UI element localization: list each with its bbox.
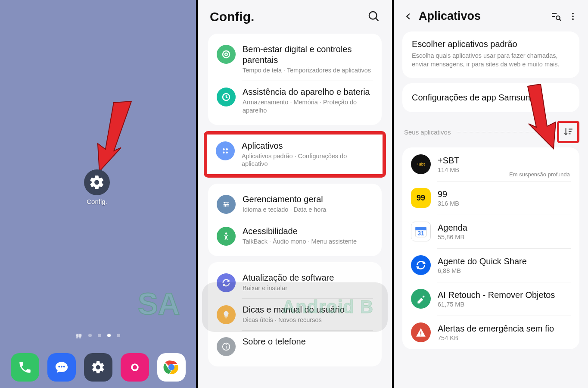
item-subtitle: Aplicativos padrão · Configurações do ap…: [242, 152, 374, 169]
apps-header: Aplicativos: [394, 0, 588, 26]
settings-panel: Config. Bem-estar digital e controles pa…: [196, 0, 392, 388]
camera-app-icon[interactable]: [121, 353, 149, 382]
svg-point-21: [224, 202, 226, 204]
svg-point-9: [369, 12, 377, 19]
item-title: Sobre o telefone: [243, 336, 373, 347]
back-button[interactable]: [402, 10, 414, 22]
settings-item-software-update[interactable]: Atualização de softwareBaixar e instalar: [208, 266, 382, 298]
svg-point-12: [225, 53, 227, 56]
svg-point-5: [133, 365, 137, 369]
apps-panel: Aplicativos Escolher aplicativos padrão …: [392, 0, 588, 388]
app-status: Em suspensão profunda: [509, 171, 570, 178]
apps-icon: [216, 141, 235, 160]
settings-card: Atualização de softwareBaixar e instalar…: [208, 262, 382, 366]
annotation-arrow: [84, 95, 138, 178]
more-menu-button[interactable]: [566, 12, 579, 21]
item-title: Atualização de software: [243, 272, 373, 283]
svg-point-17: [226, 151, 228, 153]
annotation-arrow: [523, 84, 571, 153]
settings-item-about[interactable]: Sobre o telefone: [208, 330, 382, 362]
svg-point-14: [223, 148, 225, 150]
app-name: Alertas de emergência sem fio: [438, 324, 571, 334]
svg-point-30: [556, 16, 560, 19]
item-title: Gerenciamento geral: [243, 194, 373, 205]
lightbulb-icon: [217, 305, 236, 324]
item-subtitle: Tempo de tela · Temporizadores de aplica…: [243, 66, 373, 75]
svg-point-2: [61, 366, 62, 368]
item-subtitle: Idioma e teclado · Data e hora: [243, 206, 373, 214]
svg-marker-35: [528, 84, 556, 149]
ai-retouch-icon: [411, 289, 431, 309]
gear-icon: [84, 169, 110, 195]
home-screen-panel: Config.: [0, 0, 196, 388]
app-icon: 99: [411, 188, 431, 208]
item-title: Acessibilidade: [243, 226, 373, 237]
alert-icon: [411, 322, 431, 342]
svg-point-1: [58, 366, 60, 368]
apps-drawer-dot: [76, 334, 82, 337]
settings-card: Gerenciamento geralIdioma e teclado · Da…: [208, 184, 382, 256]
app-row-ai-retouch[interactable]: AI Retouch - Remover Objetos61,75 MB: [402, 282, 579, 316]
settings-item-tips[interactable]: Dicas e manual do usuárioDicas úteis · N…: [208, 298, 382, 330]
svg-text:31: 31: [417, 230, 424, 237]
item-subtitle: TalkBack · Áudio mono · Menu assistente: [243, 238, 373, 246]
svg-point-33: [572, 16, 574, 17]
app-name: 99: [438, 189, 571, 199]
settings-title: Config.: [210, 9, 254, 24]
card-title: Escolher aplicativos padrão: [412, 39, 570, 49]
settings-item-digital-wellbeing[interactable]: Bem-estar digital e controles parentaisT…: [208, 38, 382, 81]
dock: [0, 353, 196, 382]
highlight-box: AplicativosAplicativos padrão · Configur…: [204, 131, 386, 178]
item-title: Aplicativos: [242, 141, 374, 151]
chrome-app-icon[interactable]: [157, 353, 186, 382]
settings-item-accessibility[interactable]: AcessibilidadeTalkBack · Áudio mono · Me…: [208, 220, 382, 252]
svg-point-23: [224, 205, 226, 207]
item-subtitle: Armazenamento · Memória · Proteção do ap…: [243, 98, 373, 115]
default-apps-card[interactable]: Escolher aplicativos padrão Escolha quai…: [402, 31, 579, 78]
quickshare-icon: [411, 255, 431, 275]
wellbeing-icon: [217, 45, 236, 64]
item-subtitle: Dicas úteis · Novos recursos: [243, 316, 373, 324]
settings-item-general[interactable]: Gerenciamento geralIdioma e teclado · Da…: [208, 188, 382, 220]
app-row-agenda[interactable]: 31 Agenda55,86 MB: [402, 215, 579, 248]
phone-app-icon[interactable]: [11, 353, 39, 382]
general-icon: [217, 195, 236, 214]
svg-line-31: [560, 19, 561, 20]
search-button[interactable]: [367, 9, 380, 24]
app-size: 316 MB: [438, 200, 571, 207]
update-icon: [217, 273, 236, 292]
app-row-99[interactable]: 99 99316 MB: [402, 181, 579, 215]
messages-app-icon[interactable]: [47, 353, 76, 382]
item-title: Assistência do aparelho e bateria: [243, 87, 373, 97]
svg-line-10: [376, 19, 379, 21]
svg-point-3: [63, 366, 65, 368]
settings-card: Bem-estar digital e controles parentaisT…: [208, 34, 382, 125]
about-icon: [217, 337, 236, 356]
app-icon: +sbt: [411, 154, 431, 174]
app-name: Agenda: [438, 223, 571, 233]
svg-rect-42: [420, 332, 421, 334]
svg-point-24: [225, 233, 227, 235]
calendar-icon: 31: [411, 222, 431, 241]
app-size: 754 KB: [438, 335, 571, 341]
settings-item-device-care[interactable]: Assistência do aparelho e bateriaArmazen…: [208, 81, 382, 121]
app-row-quickshare[interactable]: Agente do Quick Share6,88 MB: [402, 248, 579, 282]
svg-point-15: [226, 148, 228, 150]
card-subtitle: Escolha quais aplicativos usar para faze…: [412, 52, 570, 69]
svg-point-34: [572, 18, 574, 20]
settings-app-shortcut[interactable]: Config.: [84, 169, 110, 205]
settings-item-apps[interactable]: AplicativosAplicativos padrão · Configur…: [207, 135, 383, 175]
apps-title: Aplicativos: [419, 9, 545, 23]
filter-search-button[interactable]: [549, 11, 562, 22]
page-indicator[interactable]: [0, 334, 196, 337]
app-label: Config.: [84, 198, 110, 205]
svg-rect-26: [226, 346, 227, 348]
app-name: +SBT: [438, 156, 571, 166]
section-label: Seus aplicativos: [404, 128, 451, 136]
app-row-alerts[interactable]: Alertas de emergência sem fio754 KB: [402, 316, 579, 349]
settings-dock-icon[interactable]: [84, 353, 112, 382]
app-row-sbt[interactable]: +sbt +SBT114 MB Em suspensão profunda: [402, 147, 579, 181]
item-title: Dicas e manual do usuário: [243, 304, 373, 315]
item-title: Bem-estar digital e controles parentais: [243, 44, 373, 66]
device-care-icon: [217, 88, 236, 106]
